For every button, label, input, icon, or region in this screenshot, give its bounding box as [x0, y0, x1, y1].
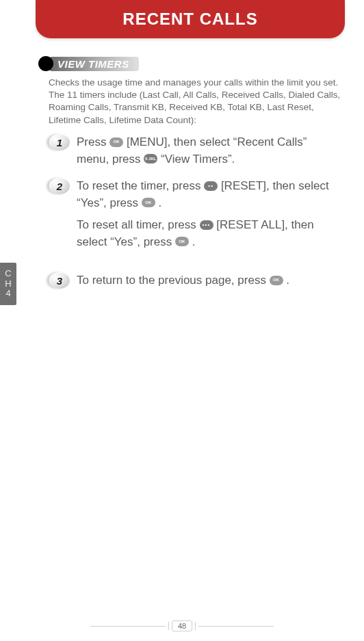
intro-paragraph: Checks the usage time and manages your c…	[49, 77, 345, 127]
step2-block-b: To reset all timer, press ••• [RESET ALL…	[77, 217, 341, 250]
sidetab-4: 4	[5, 289, 10, 299]
softkey-right-icon: •••	[200, 220, 213, 230]
step-1: 1 Press OK [MENU], then select “Recent C…	[52, 134, 341, 168]
sidetab-h: H	[5, 279, 11, 289]
footer-tick-right	[195, 622, 196, 630]
step3-part-a: To return to the previous page, press	[77, 274, 270, 287]
step-number-3: 3	[49, 272, 70, 289]
ok-key-icon: OK	[109, 138, 123, 147]
step-2: 2 To reset the timer, press •• [RESET], …	[52, 178, 341, 257]
footer-rule-right	[198, 626, 274, 627]
step-3-text: To return to the previous page, press OK…	[77, 272, 341, 289]
five-key-icon: 5 JKL	[144, 154, 157, 163]
ok-key-icon: OK	[142, 198, 155, 207]
step1-part-a: Press	[77, 135, 109, 148]
step-2-text: To reset the timer, press •• [RESET], th…	[77, 178, 341, 251]
step2-block-a: To reset the timer, press •• [RESET], th…	[77, 178, 341, 211]
step-number-1: 1	[49, 134, 70, 151]
ok-key-icon: OK	[175, 237, 189, 246]
softkey-left-icon: ••	[204, 181, 218, 191]
chapter-side-tab: C H 4	[0, 263, 16, 305]
ok-key-icon: OK	[270, 276, 283, 285]
step-3: 3 To return to the previous page, press …	[52, 272, 341, 289]
sidetab-c: C	[5, 269, 11, 279]
step3-part-b: .	[286, 274, 289, 287]
step2-part-f: .	[192, 235, 196, 248]
step2-part-a: To reset the timer, press	[77, 179, 204, 192]
step2-part-c: .	[159, 196, 162, 209]
section-badge: VIEW TIMERS	[38, 56, 139, 71]
step-number-2: 2	[49, 178, 70, 194]
step1-part-c: “View Timers”.	[161, 153, 235, 166]
footer-rule-left	[90, 626, 166, 627]
section-title: VIEW TIMERS	[49, 57, 139, 71]
badge-dot-icon	[38, 56, 53, 71]
chapter-title: RECENT CALLS	[122, 10, 257, 29]
page-footer: 48	[0, 620, 364, 631]
chapter-header: RECENT CALLS	[36, 0, 345, 38]
footer-tick-left	[168, 622, 169, 630]
page-number: 48	[172, 620, 192, 631]
step2-part-d: To reset all timer, press	[77, 218, 200, 231]
step-1-text: Press OK [MENU], then select “Recent Cal…	[77, 134, 341, 168]
